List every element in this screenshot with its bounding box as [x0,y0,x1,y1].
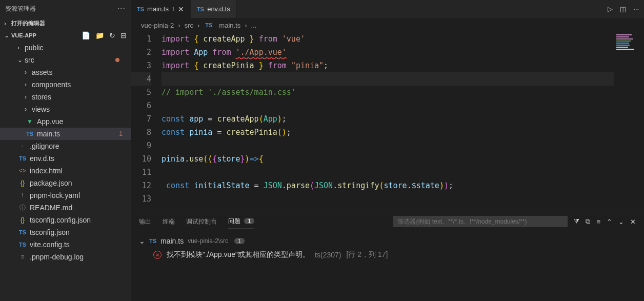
collapse-icon[interactable]: ⊟ [120,31,127,39]
code-line[interactable]: const initialState = JSON.parse(JSON.str… [162,179,644,192]
ts-icon: TS [17,242,28,248]
gray-icon: ◦ [17,143,28,150]
tree-item-label: .pnpm-debug.log [30,253,84,261]
crumb[interactable]: main.ts [219,22,240,29]
file-item[interactable]: {}tsconfig.config.json [0,214,131,226]
split-editor-icon[interactable]: ◫ [620,5,626,13]
minimap[interactable] [614,32,644,212]
folder-item[interactable]: ›public [0,42,131,54]
panel-tab-terminal[interactable]: 终端 [163,214,175,229]
code-line[interactable]: import App from './App.vue' [162,46,644,59]
tree-item-label: components [32,81,71,89]
file-item[interactable]: TSmain.ts1 [0,128,131,140]
ts-icon: TS [25,131,35,137]
filter-icon[interactable]: ⧩ [574,217,579,226]
tree-item-label: assets [32,68,52,76]
list-icon[interactable]: ≡ [596,218,600,226]
panel-tab-debug[interactable]: 调试控制台 [186,214,217,229]
tree-item-label: .gitignore [30,142,59,150]
sidebar: 资源管理器 ··· › 打开的编辑器 ⌄ VUE-APP 📄 📁 ↻ ⊟ ›pu… [0,0,131,301]
ts-icon: TS [149,238,156,244]
explorer-title: 资源管理器 [5,5,36,13]
refresh-icon[interactable]: ↻ [109,31,115,39]
tab-badge: 1 [172,6,175,12]
expand-down-icon[interactable]: ⌄ [618,218,624,226]
code-line[interactable] [162,72,644,86]
folder-item[interactable]: ›stores [0,91,131,103]
problem-file-group[interactable]: ⌄ TS main.ts vue-pinia-2\src 1 [139,235,636,247]
close-tab-icon[interactable]: ✕ [178,5,184,13]
more-icon[interactable]: ··· [117,4,126,13]
code-line[interactable]: const pinia = createPinia(); [162,126,644,139]
new-folder-icon[interactable]: 📁 [95,31,104,39]
code-line[interactable] [162,166,644,179]
problem-location: [行 2，列 17] [346,250,388,259]
close-panel-icon[interactable]: ✕ [630,218,636,226]
new-file-icon[interactable]: 📄 [82,31,90,39]
gray-icon: ! [17,192,28,199]
file-item[interactable]: {}package.json [0,177,131,189]
problem-item[interactable]: ✕ 找不到模块"./App.vue"或其相应的类型声明。 ts(2307) [行… [139,247,636,263]
tree-item-label: tsconfig.config.json [30,216,91,224]
copy-icon[interactable]: ⧉ [586,217,590,226]
folder-item[interactable]: ›views [0,103,131,115]
vue-icon: ▼ [25,118,35,125]
problems-filter-input[interactable] [393,216,568,227]
problem-code: ts(2307) [315,251,341,259]
file-item[interactable]: ◦.gitignore [0,140,131,152]
code-line[interactable] [162,139,644,152]
file-item[interactable]: TSenv.d.ts [0,152,131,165]
chevron-down-icon: ⌄ [139,237,145,245]
folder-item[interactable]: ›assets [0,66,131,78]
tree-item-label: stores [32,93,51,101]
crumb[interactable]: ... [251,22,257,29]
project-section[interactable]: ⌄ VUE-APP 📄 📁 ↻ ⊟ [0,29,131,42]
folder-item[interactable]: ⌄src [0,54,131,66]
html-icon: <> [17,167,28,174]
file-tree: ›public⌄src›assets›components›stores›vie… [0,42,131,301]
file-item[interactable]: TStsconfig.json [0,226,131,238]
collapse-up-icon[interactable]: ⌃ [607,218,612,226]
panel-tab-problems[interactable]: 问题 1 [228,214,254,229]
chevron-icon: › [25,69,32,76]
ts-icon: TS [137,6,144,12]
code-line[interactable]: import { createPinia } from "pinia"; [162,59,644,72]
file-item[interactable]: !pnpm-lock.yaml [0,189,131,202]
code-line[interactable] [162,99,644,112]
breadcrumb[interactable]: vue-pinia-2 src TS main.ts ... [131,18,644,32]
ts-icon: TS [17,155,28,162]
code-line[interactable]: // import './assets/main.css' [162,86,644,99]
file-item[interactable]: ⓘREADME.md [0,202,131,214]
editor-tab[interactable]: TSenv.d.ts [191,0,237,18]
editor-area: TSmain.ts1✕TSenv.d.ts ▷ ◫ ··· vue-pinia-… [131,0,644,301]
editor-tab[interactable]: TSmain.ts1✕ [131,0,191,18]
chevron-right-icon: › [4,20,9,27]
code-line[interactable]: pinia.use(({store})=>{ [162,152,644,166]
run-icon[interactable]: ▷ [608,5,613,13]
code-line[interactable]: import { createApp } from 'vue' [162,32,644,46]
open-editors-section[interactable]: › 打开的编辑器 [0,17,131,29]
error-icon: ✕ [153,251,162,259]
code-line[interactable] [162,192,644,206]
panel-tab-output[interactable]: 输出 [139,214,151,229]
folder-item[interactable]: ›components [0,78,131,91]
explorer-header: 资源管理器 ··· [0,0,131,17]
problem-badge: 1 [119,130,123,137]
file-item[interactable]: <>index.html [0,165,131,177]
crumb[interactable]: src [185,22,193,29]
code-editor[interactable]: 12345678910111213 import { createApp } f… [131,32,644,212]
tree-item-label: App.vue [37,117,63,126]
chevron-icon: › [17,44,25,51]
chevron-icon: › [25,81,32,88]
tab-label: main.ts [147,5,169,13]
ts-icon: TS [197,6,204,12]
more-actions-icon[interactable]: ··· [633,5,639,13]
tree-item-label: src [25,56,34,64]
file-item[interactable]: ≡.pnpm-debug.log [0,251,131,263]
file-problem-count: 1 [234,238,245,244]
code-line[interactable]: const app = createApp(App); [162,112,644,126]
json-icon: {} [17,179,28,187]
file-item[interactable]: TSvite.config.ts [0,238,131,251]
crumb[interactable]: vue-pinia-2 [141,22,174,29]
file-item[interactable]: ▼App.vue [0,115,131,128]
